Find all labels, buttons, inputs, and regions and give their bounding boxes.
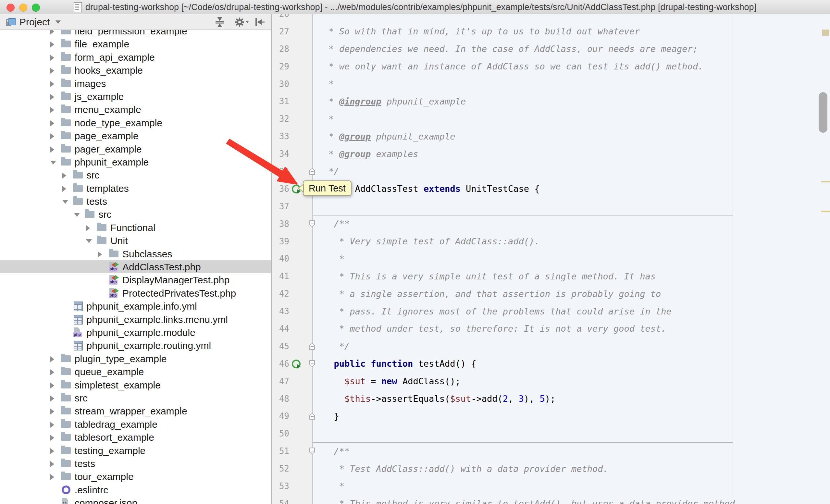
tree-item-testing-example[interactable]: testing_example [0,444,271,457]
window-titlebar[interactable]: drupal-testing-workshop [~/Code/os/drupa… [0,0,830,15]
fold-marker-icon[interactable] [309,413,315,419]
code-line-33[interactable]: 33 * @group phpunit_example [272,128,830,145]
tree-item-stream-wrapper-example[interactable]: stream_wrapper_example [0,404,271,417]
code-line-43[interactable]: 43 * pass. It ignores most of the proble… [272,302,830,320]
expand-arrow-icon[interactable] [50,55,54,61]
code-line-29[interactable]: 29 * we only want an instance of AddClas… [272,58,830,75]
tree-item-hooks-example[interactable]: hooks_example [0,64,271,76]
code-line-31[interactable]: 31 * @ingroup phpunit_example [272,93,830,110]
gear-settings-icon[interactable] [235,17,250,29]
tree-item-form-api-example[interactable]: form_api_example [0,51,271,64]
code-line-40[interactable]: 40 * [272,250,830,267]
code-line-46[interactable]: 46 public function testAdd() { [272,355,830,373]
code-line-54[interactable]: 54 * This method is very similar to test… [272,495,830,504]
expand-arrow-icon[interactable] [50,41,54,47]
chevron-down-icon[interactable] [56,21,61,24]
expand-arrow-icon[interactable] [50,30,54,34]
run-test-gutter-icon[interactable] [292,360,300,368]
expand-arrow-icon[interactable] [50,435,54,441]
fold-marker-icon[interactable] [309,343,315,350]
tree-item-subclasses[interactable]: Subclasses [0,247,271,260]
fold-marker-icon[interactable] [309,168,315,175]
tree-item-field-permission-example[interactable]: field_permission_example [0,30,271,37]
code-line-48[interactable]: 48 $this->assertEquals($sut->add(2, 3), … [272,390,830,408]
code-line-34[interactable]: 34 * @group examples [272,145,830,163]
fold-marker-icon[interactable] [309,221,315,227]
code-line-39[interactable]: 39 * Very simple test of AddClass::add()… [272,233,830,250]
tree-item-phpunit-example-module[interactable]: phpphpunit_example.module [0,326,271,339]
expand-arrow-icon[interactable] [98,251,102,257]
zoom-window-button[interactable] [32,4,40,12]
tree-item-phpunit-example-info-yml[interactable]: phpunit_example.info.yml [0,300,271,312]
fold-marker-icon[interactable] [309,360,315,367]
expand-arrow-icon[interactable] [50,382,54,389]
expand-arrow-icon[interactable] [50,409,54,414]
code-line-49[interactable]: 49 } [272,407,830,425]
expand-arrow-icon[interactable] [86,225,90,231]
expand-arrow-icon[interactable] [50,369,54,375]
expand-arrow-icon[interactable] [50,448,54,454]
expand-arrow-icon[interactable] [50,121,54,126]
tree-item-unit[interactable]: Unit [0,234,271,247]
tree-item-templates[interactable]: templates [0,182,271,195]
fold-marker-icon[interactable] [309,447,315,455]
code-line-35[interactable]: 35 */ [272,163,830,180]
code-line-52[interactable]: 52 * Test AddClass::add() with a data pr… [272,460,830,477]
tree-item-page-example[interactable]: page_example [0,129,271,142]
tree-item-tests[interactable]: tests [0,457,271,470]
tree-item-tablesort-example[interactable]: tablesort_example [0,431,271,444]
expand-arrow-icon[interactable] [50,81,54,87]
tree-item-phpunit-example-links-menu-yml[interactable]: phpunit_example.links.menu.yml [0,313,271,326]
tree-item-src[interactable]: src [0,208,271,221]
tree-item-tour-example[interactable]: tour_example [0,470,271,483]
expand-arrow-icon[interactable] [62,186,66,192]
code-line-38[interactable]: 38 /** [272,215,830,233]
collapse-arrow-icon[interactable] [74,213,80,217]
editor-scrollbar-thumb[interactable] [819,92,827,133]
code-line-51[interactable]: 51 /** [272,442,830,460]
tree-item-tests[interactable]: tests [0,195,271,208]
code-line-50[interactable]: 50 [272,425,830,442]
minimize-window-button[interactable] [19,4,27,12]
expand-arrow-icon[interactable] [50,68,54,74]
expand-arrow-icon[interactable] [50,133,54,139]
collapse-all-icon[interactable] [214,17,225,29]
collapse-arrow-icon[interactable] [50,161,56,165]
expand-arrow-icon[interactable] [50,422,54,428]
expand-arrow-icon[interactable] [50,356,54,362]
code-editor[interactable]: 2627 * So with that in mind, it's up to … [272,14,830,504]
tree-item-phpunit-example[interactable]: phpunit_example [0,156,271,168]
tree-item-addclasstest-php[interactable]: phpAddClassTest.php [0,260,271,273]
tree-item-src[interactable]: src [0,392,271,404]
document-proxy-icon[interactable] [74,2,82,12]
collapse-arrow-icon[interactable] [86,239,92,243]
warning-stripe-mark[interactable] [821,211,830,212]
code-line-27[interactable]: 27 * So with that in mind, it's up to us… [272,23,830,40]
tree-item-composer-json[interactable]: {}composer.json [0,496,271,504]
tree-item-protectedprivatestest-php[interactable]: phpProtectedPrivatesTest.php [0,287,271,300]
code-line-45[interactable]: 45 */ [272,337,830,355]
tree-item-file-example[interactable]: file_example [0,37,271,50]
tree-item-menu-example[interactable]: menu_example [0,103,271,116]
tree-item-pager-example[interactable]: pager_example [0,142,271,156]
tree-item--eslintrc[interactable]: .eslintrc [0,483,271,496]
expand-arrow-icon[interactable] [50,107,54,113]
tree-item-images[interactable]: images [0,77,271,90]
code-line-47[interactable]: 47 $sut = new AddClass(); [272,373,830,390]
code-line-36[interactable]: 36class AddClassTest extends UnitTestCas… [272,180,830,198]
expand-arrow-icon[interactable] [62,173,66,178]
tree-item-js-example[interactable]: js_example [0,90,271,103]
expand-arrow-icon[interactable] [50,94,54,100]
project-panel-header[interactable]: Project [0,14,271,30]
tree-item-node-type-example[interactable]: node_type_example [0,116,271,129]
code-line-32[interactable]: 32 * [272,110,830,128]
tree-item-queue-example[interactable]: queue_example [0,365,271,378]
hide-panel-icon[interactable] [254,17,265,29]
tree-item-simpletest-example[interactable]: simpletest_example [0,378,271,392]
tree-item-phpunit-example-routing-yml[interactable]: phpunit_example.routing.yml [0,339,271,352]
tree-item-tabledrag-example[interactable]: tabledrag_example [0,418,271,431]
tree-item-functional[interactable]: Functional [0,221,271,234]
tree-item-displaymanagertest-php[interactable]: phpDisplayManagerTest.php [0,273,271,286]
collapse-arrow-icon[interactable] [62,200,68,204]
expand-arrow-icon[interactable] [50,147,54,153]
